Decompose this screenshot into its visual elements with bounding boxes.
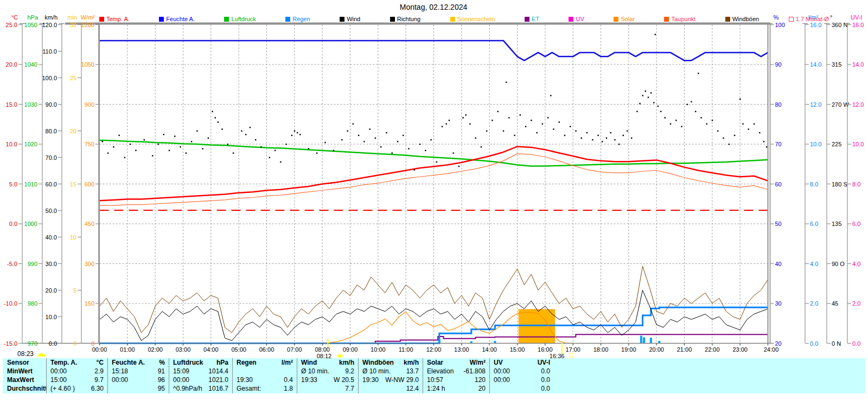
table-row: 15:1891 [108, 367, 169, 376]
svg-text:0: 0 [73, 340, 76, 347]
axis-uvi: 0.02.04.06.08.010.012.014.016.0UV-I [845, 14, 864, 347]
svg-text:25: 25 [70, 75, 76, 81]
legend-label: Richtung [397, 16, 420, 22]
table-row: 15:091014.4 [169, 367, 232, 376]
table-value: 0.0 [541, 384, 550, 393]
table-row: 0.0 [490, 384, 554, 393]
table-row: (+ 4.60 )6.30 [47, 384, 107, 393]
table-desc: 00:00 [112, 376, 128, 384]
svg-text:02:00: 02:00 [148, 346, 163, 353]
legend-item-5: Richtung [390, 16, 420, 22]
table-row: Ø 10 min.13.7 [359, 367, 423, 376]
svg-text:1030: 1030 [24, 101, 37, 108]
table-desc: 00:00 [494, 367, 510, 376]
table-value: 120 [475, 376, 486, 384]
svg-text:20: 20 [70, 128, 76, 134]
table-desc: ^0.9hPa/h [173, 384, 202, 393]
axis-unit-min: min [67, 14, 77, 21]
svg-text:06:00: 06:00 [259, 346, 275, 353]
legend-swatch [340, 17, 344, 22]
svg-text:16:00: 16:00 [538, 346, 553, 353]
svg-text:14.0: 14.0 [852, 61, 864, 68]
svg-text:15.0: 15.0 [6, 101, 17, 108]
table-row: 00:000.0 [490, 376, 554, 384]
svg-text:0.0: 0.0 [852, 340, 860, 347]
legend-swatch [99, 17, 104, 22]
table-group-1: Feuchte A.%15:189100:009695 [107, 358, 169, 393]
table-value: W-NW 29.0 [385, 376, 419, 384]
svg-text:80.0: 80.0 [46, 128, 57, 134]
legend-item-12: 1.7 Monat-Ø [789, 16, 829, 22]
svg-text:1050: 1050 [81, 61, 94, 68]
table-value: 7.7 [345, 384, 354, 393]
svg-text:270 W: 270 W [832, 101, 849, 108]
svg-text:20.0: 20.0 [6, 61, 17, 68]
svg-text:-15.0: -15.0 [4, 340, 17, 347]
svg-text:180 S: 180 S [832, 181, 847, 187]
svg-text:20: 20 [775, 340, 782, 347]
table-row: 00:0096 [108, 376, 169, 384]
svg-text:0.0: 0.0 [49, 340, 57, 347]
legend-label: Feuchte A. [166, 16, 195, 22]
svg-text:970: 970 [28, 340, 37, 347]
table-desc: 10:57 [427, 376, 443, 384]
table-group-2: LuftdruckhPa15:091014.400:001021.0^0.9hP… [169, 358, 232, 393]
svg-text:23:00: 23:00 [732, 346, 748, 353]
svg-text:12.0: 12.0 [852, 101, 864, 108]
table-row: MinWert [3, 367, 46, 376]
table-row: Sensor [3, 358, 46, 367]
table-group-6: SolarW/m²Elevation-61.80810:571201:24 h2… [423, 358, 489, 393]
table-row: Elevation-61.808 [423, 367, 489, 376]
svg-text:07:00: 07:00 [287, 346, 302, 353]
svg-text:300: 300 [85, 261, 94, 267]
table-desc: 1:24 h [427, 384, 445, 393]
svg-text:50: 50 [775, 221, 782, 227]
svg-text:0 N: 0 N [832, 340, 841, 347]
svg-text:0: 0 [91, 340, 94, 347]
table-desc: Regen [237, 358, 257, 367]
legend-item-7: ET [525, 16, 539, 22]
legend-swatch [390, 17, 395, 22]
legend-label: Solar [621, 16, 635, 22]
svg-text:16.0: 16.0 [852, 22, 864, 28]
svg-text:90 O: 90 O [832, 261, 845, 267]
temp-line [100, 146, 768, 200]
table-desc: Feuchte A. [112, 358, 145, 367]
table-value: l/m² [282, 358, 293, 367]
table-value: 1.8 [284, 384, 293, 393]
axis-unit-hpa: hPa [27, 14, 38, 21]
svg-text:04:00: 04:00 [203, 346, 219, 353]
sunset-icon [570, 353, 573, 357]
svg-text:-5.0: -5.0 [7, 261, 17, 267]
svg-text:5.0: 5.0 [9, 181, 17, 187]
table-row: 7.7 [297, 384, 358, 393]
svg-text:24:00: 24:00 [764, 346, 779, 353]
legend-swatch [450, 17, 455, 22]
table-value: 1021.0 [208, 376, 228, 384]
sun-left-time: 08:23 [17, 350, 34, 358]
table-desc: Elevation [427, 367, 454, 376]
svg-text:50.0: 50.0 [46, 208, 57, 214]
svg-text:12:00: 12:00 [426, 346, 442, 353]
table-desc: Durchschnitt [7, 384, 46, 393]
legend-label: Luftdruck [231, 16, 256, 22]
weather-chart: -15.0-10.0-5.00.05.010.015.020.025.0°C97… [0, 0, 868, 358]
legend-swatch [789, 17, 794, 22]
svg-text:25.0: 25.0 [6, 22, 17, 28]
table-value: 20 [478, 384, 486, 393]
table-group-3: Regenl/m²19:300.4Gesamt:1.8 [232, 358, 297, 393]
svg-text:00:00: 00:00 [92, 346, 107, 353]
table-row: Windkm/h [297, 358, 358, 367]
table-value: 13.7 [406, 367, 419, 376]
svg-text:1000: 1000 [24, 221, 37, 227]
table-desc: 00:00 [173, 376, 189, 384]
legend-label: 1.7 Monat-Ø [796, 16, 829, 22]
table-value: 96 [158, 376, 165, 384]
table-row: 00:001021.0 [169, 376, 232, 384]
svg-text:03:00: 03:00 [176, 346, 191, 353]
et-line [100, 334, 768, 343]
table-row: Regenl/m² [233, 358, 297, 367]
svg-text:12.0: 12.0 [810, 101, 821, 108]
legend-swatch [614, 17, 618, 22]
svg-text:4.0: 4.0 [810, 261, 818, 267]
